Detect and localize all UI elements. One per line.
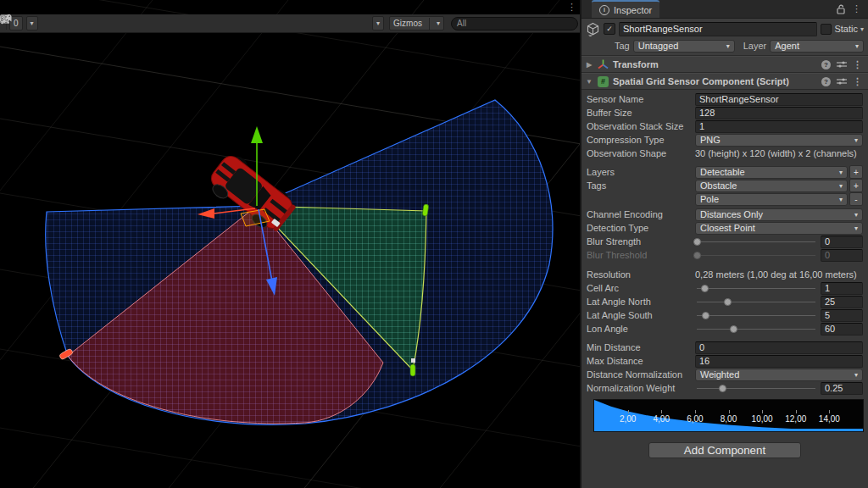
lock-icon[interactable] <box>837 4 845 14</box>
cell-arc-value[interactable]: 1 <box>821 282 863 295</box>
field-label: Buffer Size <box>587 108 695 118</box>
add-layer-button[interactable]: + <box>849 165 863 179</box>
lon-angle-value[interactable]: 60 <box>821 323 863 336</box>
field-label: Cell Arc <box>587 283 695 293</box>
observation-stack-size-input[interactable]: 1 <box>695 120 863 133</box>
gameobject-header: ✓ ShortRangeSensor Static ▾ Tag Untagged… <box>581 19 868 56</box>
info-icon: i <box>599 5 609 15</box>
add-component-button[interactable]: Add Component <box>648 442 801 458</box>
component-section-header[interactable]: ▼ # Spatial Grid Sensor Component (Scrip… <box>581 73 868 90</box>
lat-angle-south-slider[interactable] <box>695 309 817 321</box>
caret-down-icon: ▾ <box>376 19 380 27</box>
component-menu-kebab-icon[interactable]: ⋮ <box>853 76 862 87</box>
blur-strength-slider[interactable] <box>695 236 817 247</box>
tags-dropdown-2[interactable]: Pole ▾ <box>695 193 848 206</box>
graph-axis-label: 8,00 <box>721 414 737 424</box>
field-cell-arc: Cell Arc 1 <box>587 281 863 295</box>
lat-angle-north-slider[interactable] <box>695 296 817 308</box>
detection-type-dropdown[interactable]: Closest Point ▾ <box>695 222 863 235</box>
layer-value: Agent <box>775 41 799 51</box>
component-fields: Sensor Name ShortRangeSensor Buffer Size… <box>581 90 868 458</box>
cube-icon[interactable] <box>586 22 600 36</box>
normalization-curve-graph: 2,00 4,00 6,00 8,00 10,00 12,00 14,00 <box>593 399 864 432</box>
grid-settings-button[interactable]: ▾ <box>26 16 38 30</box>
distance-normalization-dropdown[interactable]: Weighted ▾ <box>695 369 863 381</box>
field-tags: Tags Obstacle ▾ + <box>587 179 863 192</box>
compression-type-dropdown[interactable]: PNG ▾ <box>695 134 863 147</box>
layer-dropdown[interactable]: Agent ▾ <box>770 40 864 53</box>
inspector-menu-kebab-icon[interactable]: ⋮ <box>852 3 861 14</box>
scene-search-input[interactable]: All <box>451 17 578 30</box>
sensor-name-input[interactable]: ShortRangeSensor <box>695 93 863 106</box>
channel-encoding-dropdown[interactable]: Distances Only ▾ <box>695 208 863 221</box>
gameobject-name-field[interactable]: ShortRangeSensor <box>619 22 817 36</box>
lon-angle-slider[interactable] <box>695 323 817 335</box>
transform-section-header[interactable]: ▶ Transform ? ⋮ <box>581 56 868 73</box>
field-sensor-name: Sensor Name ShortRangeSensor <box>587 92 863 106</box>
scene-menu-kebab-icon[interactable]: ⋮ <box>567 1 576 14</box>
static-checkbox[interactable] <box>821 24 832 35</box>
sensor-handle-east-bottom[interactable] <box>410 364 415 376</box>
transform-icon <box>598 59 609 70</box>
active-checkbox[interactable]: ✓ <box>604 23 615 35</box>
field-max-distance: Max Distance 16 <box>587 354 863 368</box>
hidden-objects-count: 0 <box>14 19 19 28</box>
graph-tick <box>661 410 662 413</box>
transform-title: Transform <box>613 59 817 69</box>
normalization-weight-value[interactable]: 0.25 <box>821 382 863 395</box>
field-buffer-size: Buffer Size 128 <box>587 106 863 119</box>
cell-arc-slider[interactable] <box>695 282 817 294</box>
presets-icon[interactable] <box>837 60 847 69</box>
transform-menu-kebab-icon[interactable]: ⋮ <box>853 59 862 70</box>
static-label: Static <box>834 24 858 34</box>
gizmos-dropdown-button[interactable]: Gizmos ▾ <box>389 16 444 30</box>
field-blur-strength: Blur Strength 0 <box>587 235 863 248</box>
field-distance-normalization: Distance Normalization Weighted ▾ <box>587 368 863 381</box>
field-label: Observation Stack Size <box>587 121 695 131</box>
gizmo-y-arrowhead[interactable] <box>251 126 263 143</box>
scene-tools-button[interactable] <box>360 16 369 30</box>
field-label: Layers <box>587 167 695 177</box>
field-normalization-weight: Normalization Weight 0.25 <box>587 381 863 395</box>
add-tag-button[interactable]: + <box>849 179 863 192</box>
caret-down-icon: ▾ <box>836 196 843 203</box>
field-label: Tags <box>587 180 695 191</box>
max-distance-input[interactable]: 16 <box>695 355 863 368</box>
blur-threshold-value: 0 <box>821 249 863 262</box>
scene-viewport[interactable]: ⋮ 0 ▾ <box>0 0 581 488</box>
tag-label: Tag <box>615 41 630 51</box>
min-distance-input[interactable]: 0 <box>695 341 863 354</box>
dropdown-value: Distances Only <box>700 209 763 219</box>
tags-dropdown[interactable]: Obstacle ▾ <box>695 180 848 192</box>
caret-down-icon: ▾ <box>852 42 859 50</box>
foldout-closed-icon[interactable]: ▶ <box>585 61 593 69</box>
field-lon-angle: Lon Angle 60 <box>587 322 863 336</box>
caret-down-icon: ▾ <box>836 169 843 176</box>
field-resolution: Resolution 0,28 meters (1,00 deg at 16,0… <box>587 268 863 281</box>
field-label: Min Distance <box>587 342 695 352</box>
observation-shape-value: 30 (height) x 120 (width) x 2 (channels) <box>695 148 857 158</box>
remove-tag-button[interactable]: - <box>849 192 863 206</box>
sensor-handle-midpoint[interactable] <box>411 358 415 363</box>
static-dropdown[interactable]: Static ▾ <box>821 24 864 35</box>
normalization-weight-slider[interactable] <box>695 382 817 394</box>
toolbar-divider <box>429 18 430 30</box>
lat-angle-north-value[interactable]: 25 <box>821 296 863 308</box>
layers-dropdown[interactable]: Detectable ▾ <box>695 166 848 179</box>
field-label: Compression Type <box>587 135 695 145</box>
help-icon[interactable]: ? <box>821 60 831 69</box>
caret-down-icon: ▾ <box>723 42 730 50</box>
presets-icon[interactable] <box>837 77 847 86</box>
lat-angle-south-value[interactable]: 5 <box>821 309 863 322</box>
tab-inspector[interactable]: i Inspector <box>592 0 659 18</box>
graph-tick <box>628 410 629 413</box>
search-icon <box>0 14 8 22</box>
foldout-open-icon[interactable]: ▼ <box>585 78 593 86</box>
help-icon[interactable]: ? <box>821 77 831 86</box>
inspector-tabbar: i Inspector ⋮ <box>581 0 868 19</box>
scene-camera-button[interactable]: ▾ <box>372 16 384 30</box>
field-label: Blur Strength <box>587 236 695 247</box>
buffer-size-input[interactable]: 128 <box>695 107 863 119</box>
blur-strength-value[interactable]: 0 <box>821 236 863 248</box>
tag-dropdown[interactable]: Untagged ▾ <box>633 40 735 53</box>
